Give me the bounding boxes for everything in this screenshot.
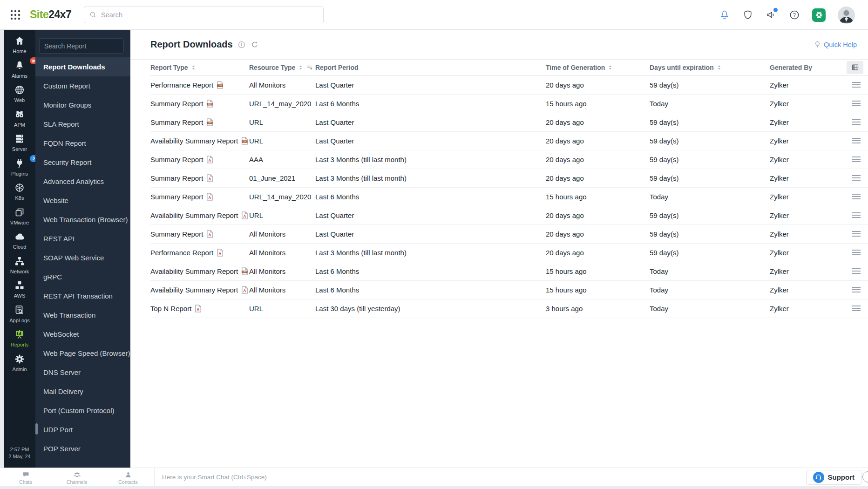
rail-item-vmware[interactable]: VMware bbox=[4, 207, 35, 225]
bulb-icon bbox=[814, 41, 821, 48]
rail-item-applogs[interactable]: AppLogs bbox=[4, 305, 35, 323]
sidebar-item-website[interactable]: Website bbox=[35, 191, 130, 210]
column-header-report-type[interactable]: Report Type bbox=[150, 60, 249, 75]
chats-icon bbox=[22, 471, 30, 479]
pdf-file-icon bbox=[217, 249, 224, 257]
column-settings-button[interactable] bbox=[847, 61, 863, 74]
time-of-generation: 15 hours ago bbox=[546, 94, 650, 113]
sidebar-item-custom-report[interactable]: Custom Report bbox=[35, 76, 130, 95]
rail-item-apm[interactable]: APM bbox=[4, 109, 35, 128]
row-menu-icon[interactable] bbox=[852, 267, 861, 275]
row-menu-icon[interactable] bbox=[852, 248, 861, 257]
row-menu-icon[interactable] bbox=[852, 81, 861, 89]
rail-item-admin[interactable]: Admin bbox=[4, 353, 35, 372]
pdf-file-icon bbox=[206, 174, 213, 182]
announcements-megaphone-icon[interactable] bbox=[766, 9, 777, 20]
sidebar-item-udp-port[interactable]: UDP Port bbox=[35, 420, 130, 439]
sidebar-item-rest-api[interactable]: REST API bbox=[35, 229, 130, 248]
rail-item-home[interactable]: Home bbox=[4, 35, 35, 54]
sidebar-item-rest-api-transaction[interactable]: REST API Transaction bbox=[35, 286, 130, 306]
row-menu-icon[interactable] bbox=[852, 99, 861, 108]
report-period: Last Quarter bbox=[315, 75, 546, 94]
filter-sort-icon[interactable] bbox=[306, 64, 313, 71]
sort-icon[interactable] bbox=[717, 64, 722, 71]
info-icon[interactable] bbox=[237, 41, 246, 49]
days-until-expiration: 59 day(s) bbox=[650, 206, 770, 224]
sidebar-item-grpc[interactable]: gRPC bbox=[35, 267, 130, 286]
rail-item-reports[interactable]: Reports bbox=[4, 329, 35, 347]
sidebar-item-web-transaction[interactable]: Web Transaction bbox=[35, 306, 130, 325]
row-menu-icon[interactable] bbox=[852, 118, 861, 126]
smart-chat-input[interactable]: Here is your Smart Chat (Ctrl+Space) bbox=[162, 474, 806, 481]
rail-item-web[interactable]: Web bbox=[4, 84, 35, 103]
sidebar-item-fqdn-report[interactable]: FQDN Report bbox=[35, 134, 130, 153]
k8s-icon bbox=[14, 182, 25, 193]
refresh-icon[interactable] bbox=[251, 41, 259, 49]
bottombar-tab-chats[interactable]: Chats bbox=[0, 468, 51, 486]
sidebar-item-security-report[interactable]: Security Report bbox=[35, 153, 130, 172]
page-title: Report Downloads bbox=[150, 39, 233, 50]
sidebar-item-web-page-speed-browser-[interactable]: Web Page Speed (Browser) bbox=[35, 344, 130, 363]
time-of-generation: 3 hours ago bbox=[546, 299, 650, 318]
days-until-expiration: 59 day(s) bbox=[650, 75, 770, 94]
row-menu-icon[interactable] bbox=[852, 192, 861, 201]
sort-icon[interactable] bbox=[608, 64, 613, 71]
table-row: Summary Report01_June_2021Last 3 Months … bbox=[150, 169, 868, 187]
days-until-expiration: 59 day(s) bbox=[650, 169, 770, 187]
column-header-time-of-generation[interactable]: Time of Generation bbox=[546, 60, 650, 75]
column-header-resource-type[interactable]: Resource Type bbox=[249, 60, 315, 75]
pdf-file-icon bbox=[241, 211, 248, 219]
notifications-bell-icon[interactable] bbox=[719, 9, 730, 20]
time-of-generation: 20 days ago bbox=[546, 131, 650, 150]
row-menu-icon[interactable] bbox=[852, 304, 861, 312]
rail-item-alarms[interactable]: 99+Alarms bbox=[4, 60, 35, 79]
global-search-input[interactable] bbox=[101, 11, 323, 19]
row-menu-icon[interactable] bbox=[852, 230, 861, 238]
sidebar-item-advanced-analytics[interactable]: Advanced Analytics bbox=[35, 172, 130, 191]
help-icon[interactable]: ? bbox=[789, 9, 800, 20]
clock: 2:57 PM 2 May, 24 bbox=[8, 446, 31, 468]
ai-assistant-icon[interactable] bbox=[812, 8, 826, 22]
user-avatar[interactable] bbox=[838, 7, 855, 24]
app-grid-icon[interactable] bbox=[9, 9, 21, 21]
site24x7-logo[interactable]: Site24x7 bbox=[30, 8, 71, 21]
sidebar-item-web-transaction-browser-[interactable]: Web Transaction (Browser) bbox=[35, 210, 130, 229]
sidebar-item-mail-delivery[interactable]: Mail Delivery bbox=[35, 382, 130, 401]
row-menu-icon[interactable] bbox=[852, 174, 861, 182]
rail-item-aws[interactable]: AWS bbox=[4, 280, 35, 299]
quick-help-link[interactable]: Quick Help bbox=[814, 41, 857, 48]
rail-item-server[interactable]: Server bbox=[4, 133, 35, 152]
sort-icon[interactable] bbox=[298, 64, 303, 71]
sidebar-item-dns-server[interactable]: DNS Server bbox=[35, 363, 130, 382]
sidebar-item-pop-server[interactable]: POP Server bbox=[35, 439, 130, 458]
generated-by: Zylker bbox=[770, 206, 843, 224]
bottombar-tab-channels[interactable]: Channels bbox=[51, 468, 102, 486]
sidebar-item-soap-web-service[interactable]: SOAP Web Service bbox=[35, 248, 130, 267]
row-menu-icon[interactable] bbox=[852, 136, 861, 145]
report-period: Last Quarter bbox=[315, 131, 546, 150]
row-menu-icon[interactable] bbox=[852, 285, 861, 294]
sidebar-item-websocket[interactable]: WebSocket bbox=[35, 325, 130, 344]
row-menu-icon[interactable] bbox=[852, 211, 861, 219]
sidebar-item-report-downloads[interactable]: Report Downloads bbox=[35, 57, 130, 76]
sidebar-item-monitor-groups[interactable]: Monitor Groups bbox=[35, 95, 130, 115]
module-rail: Home99+AlarmsWebAPMServer2PluginsK8sVMwa… bbox=[4, 30, 35, 468]
edge-partial-icon bbox=[862, 471, 868, 482]
report-type: Availability Summary Report bbox=[150, 286, 238, 294]
sidebar-scrollbar[interactable] bbox=[35, 423, 38, 435]
rail-item-network[interactable]: Network bbox=[4, 256, 35, 274]
rail-item-plugins[interactable]: 2Plugins bbox=[4, 158, 35, 177]
shield-icon[interactable] bbox=[742, 9, 753, 20]
support-button[interactable]: Support bbox=[806, 470, 862, 485]
resource-type: All Monitors bbox=[249, 224, 315, 243]
rail-item-k8s[interactable]: K8s bbox=[4, 182, 35, 201]
sidebar-search-input[interactable] bbox=[44, 42, 129, 50]
bottombar-tab-contacts[interactable]: Contacts bbox=[102, 468, 154, 486]
sidebar-item-sla-report[interactable]: SLA Report bbox=[35, 115, 130, 134]
row-menu-icon[interactable] bbox=[852, 155, 861, 163]
sort-icon[interactable] bbox=[191, 64, 196, 71]
sidebar-item-port-custom-protocol-[interactable]: Port (Custom Protocol) bbox=[35, 401, 130, 420]
rail-item-cloud[interactable]: Cloud bbox=[4, 231, 35, 250]
main-content: Report Downloads Quick Help Report TypeR… bbox=[130, 30, 868, 468]
column-header-days-until-expiration[interactable]: Days until expiration bbox=[650, 60, 770, 75]
